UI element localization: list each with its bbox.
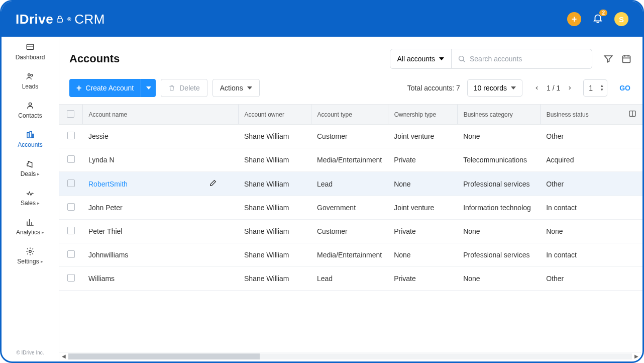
sidebar-item-analytics[interactable]: Analytics▸ xyxy=(2,212,59,241)
analytics-icon xyxy=(26,218,35,227)
cell-ownership-type: Private xyxy=(388,267,457,291)
account-name-link[interactable]: John Peter xyxy=(88,204,123,212)
page-input[interactable]: 1 ▲ ▼ xyxy=(583,79,607,97)
table-wrap: Account name Account owner Account type … xyxy=(59,104,642,361)
table-row[interactable]: John PeterShane WilliamGovernmentJoint v… xyxy=(59,196,642,220)
cell-account-name: Johnwilliams xyxy=(82,243,238,267)
th-account-name[interactable]: Account name xyxy=(82,105,238,125)
account-name-link[interactable]: Lynda N xyxy=(88,156,115,164)
create-account-split[interactable] xyxy=(141,79,156,97)
cell-checkbox xyxy=(59,267,82,291)
cell-account-type: Lead xyxy=(311,267,388,291)
account-name-link[interactable]: Jessie xyxy=(88,132,109,140)
notifications-badge: 2 xyxy=(599,10,607,16)
cell-account-type: Lead xyxy=(311,172,388,196)
table-row[interactable]: Lynda NShane WilliamMedia/EntertainmentP… xyxy=(59,148,642,172)
table-row[interactable]: Peter ThielShane WilliamCustomerPrivateN… xyxy=(59,220,642,243)
delete-label: Delete xyxy=(179,84,199,92)
th-ownership-type[interactable]: Ownership type xyxy=(388,105,457,125)
sidebar-item-settings[interactable]: Settings▸ xyxy=(2,241,59,270)
sidebar-item-label: Accounts xyxy=(18,141,42,148)
cell-business-category: Professional services xyxy=(457,172,540,196)
cell-checkbox xyxy=(59,172,82,196)
pager-next[interactable] xyxy=(565,82,574,94)
total-accounts: Total accounts: 7 xyxy=(407,84,460,92)
row-checkbox[interactable] xyxy=(67,203,75,211)
page-spinner[interactable]: ▲ ▼ xyxy=(600,84,604,92)
account-name-link[interactable]: Williams xyxy=(88,275,115,283)
pager-prev[interactable] xyxy=(532,82,542,94)
table-row[interactable]: WilliamsShane WilliamLeadPrivateNoneOthe… xyxy=(59,267,642,291)
sidebar-item-contacts[interactable]: Contacts xyxy=(2,95,59,124)
cell-business-category: None xyxy=(457,125,540,148)
svg-point-3 xyxy=(31,74,33,76)
sidebar-item-sales[interactable]: Sales▸ xyxy=(2,183,59,212)
cell-business-category: Professional services xyxy=(457,243,540,267)
th-account-type[interactable]: Account type xyxy=(311,105,388,125)
notifications-button[interactable]: 2 xyxy=(592,13,603,26)
scroll-left-arrow[interactable]: ◀ xyxy=(60,353,67,360)
filter-icon-button[interactable] xyxy=(602,53,614,65)
horizontal-scrollbar[interactable]: ◀ ▶ xyxy=(59,352,641,360)
create-account-main[interactable]: + Create Account xyxy=(69,79,141,97)
actions-label: Actions xyxy=(220,84,243,92)
avatar-initial: S xyxy=(619,15,624,24)
edit-icon[interactable] xyxy=(209,179,217,189)
sidebar-item-accounts[interactable]: Accounts xyxy=(2,124,59,153)
filter-select[interactable]: All accounts xyxy=(390,49,452,69)
cell-account-type: Media/Entertainment xyxy=(311,148,388,172)
plus-icon: + xyxy=(76,83,82,93)
th-business-category[interactable]: Business category xyxy=(457,105,540,125)
chevron-right-icon: ▸ xyxy=(41,259,43,264)
page-input-value: 1 xyxy=(589,84,593,92)
row-checkbox[interactable] xyxy=(67,227,75,234)
delete-button[interactable]: Delete xyxy=(161,79,207,97)
row-checkbox[interactable] xyxy=(67,250,75,258)
cell-ownership-type: Private xyxy=(388,220,457,243)
page-title: Accounts xyxy=(69,52,384,65)
page-header: Accounts All accounts xyxy=(59,37,642,78)
go-button[interactable]: GO xyxy=(617,81,632,95)
sidebar-item-leads[interactable]: Leads xyxy=(2,66,59,95)
account-name-link[interactable]: Johnwilliams xyxy=(88,251,128,259)
table-row[interactable]: RobertSmithShane WilliamLeadNoneProfessi… xyxy=(59,172,642,196)
cell-empty xyxy=(622,196,642,220)
svg-rect-1 xyxy=(27,44,34,50)
avatar[interactable]: S xyxy=(614,12,628,26)
body: DashboardLeadsContactsAccountsDeals▸Sale… xyxy=(2,37,642,361)
th-account-owner[interactable]: Account owner xyxy=(238,105,311,125)
table-row[interactable]: JessieShane WilliamCustomerJoint venture… xyxy=(59,125,642,148)
account-name-link[interactable]: Peter Thiel xyxy=(88,227,122,235)
row-checkbox[interactable] xyxy=(67,155,75,163)
trademark-icon: ® xyxy=(67,17,71,22)
th-business-status[interactable]: Business status xyxy=(540,105,622,125)
select-all-checkbox[interactable] xyxy=(67,110,74,118)
th-columns-picker[interactable] xyxy=(622,105,642,125)
cell-account-owner: Shane William xyxy=(238,196,311,220)
pager-info: 1 / 1 xyxy=(547,84,560,92)
chevron-down-icon: ▼ xyxy=(600,88,604,92)
row-checkbox[interactable] xyxy=(67,274,75,282)
svg-rect-6 xyxy=(30,131,32,138)
scroll-track[interactable] xyxy=(68,353,632,359)
sidebar-item-dashboard[interactable]: Dashboard xyxy=(2,37,59,66)
search-input[interactable] xyxy=(470,55,586,63)
sidebar-items: DashboardLeadsContactsAccountsDeals▸Sale… xyxy=(2,37,59,346)
sidebar-item-label: Dashboard xyxy=(16,54,45,61)
calendar-icon-button[interactable] xyxy=(620,53,632,65)
add-button[interactable]: + xyxy=(567,12,581,26)
row-checkbox[interactable] xyxy=(67,179,75,187)
scroll-right-arrow[interactable]: ▶ xyxy=(633,353,640,360)
actions-button[interactable]: Actions xyxy=(212,79,260,97)
scroll-thumb[interactable] xyxy=(68,353,260,359)
dashboard-icon xyxy=(26,43,35,52)
cell-empty xyxy=(622,172,642,196)
row-checkbox[interactable] xyxy=(67,132,75,139)
records-select[interactable]: 10 records xyxy=(467,79,522,97)
sidebar-item-deals[interactable]: Deals▸ xyxy=(2,153,59,183)
settings-icon xyxy=(26,247,35,256)
cell-account-owner: Shane William xyxy=(238,267,311,291)
table-row[interactable]: JohnwilliamsShane WilliamMedia/Entertain… xyxy=(59,243,642,267)
sidebar: DashboardLeadsContactsAccountsDeals▸Sale… xyxy=(2,37,59,361)
account-name-link[interactable]: RobertSmith xyxy=(88,180,128,188)
